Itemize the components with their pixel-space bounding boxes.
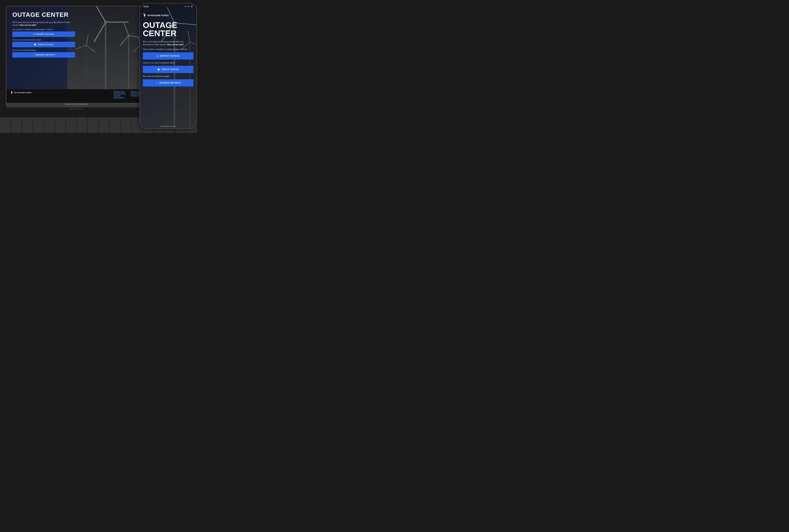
network-indicator: LTE bbox=[187, 6, 190, 7]
phone-status-button[interactable]: 🕐 CHECK STATUS bbox=[143, 66, 193, 73]
phone-content[interactable]: WYNDHAMM POWER OUTAGE CENTER We're sorry… bbox=[140, 11, 196, 128]
phone-report-label: Tell us about a complete or partial outa… bbox=[143, 48, 193, 51]
phone-home-indicator bbox=[161, 126, 176, 127]
phone-report-btn-label: REPORT OUTAGE bbox=[160, 55, 180, 57]
phone-status-icons: ▪▪▪▪ LTE 🔋 bbox=[185, 6, 193, 7]
laptop-screen-inner: OUTAGE CENTER We're sorry that you're ha… bbox=[6, 6, 146, 103]
footer-link-bill[interactable]: Pay My Bill bbox=[114, 95, 126, 96]
phone-title-line1: OUTAGE bbox=[143, 21, 193, 29]
laptop-content: OUTAGE CENTER We're sorry that you're ha… bbox=[12, 11, 75, 59]
laptop-notch bbox=[64, 103, 88, 105]
warning-icon: ⚠ bbox=[33, 33, 35, 35]
phone-group-icon: 👥 bbox=[155, 82, 158, 84]
footer-link-home[interactable]: Wyndhamm Home bbox=[114, 91, 126, 92]
laptop-browse-btn-label: BROWSE REPORTS bbox=[36, 54, 55, 56]
macbook-label: MacBook Pro bbox=[6, 108, 147, 110]
svg-point-36 bbox=[143, 14, 144, 15]
phone-warning-icon: ⚠ bbox=[157, 55, 159, 57]
footer-links: Wyndhamm Home Set Up New Service Pay My … bbox=[114, 91, 142, 98]
svg-point-7 bbox=[104, 20, 107, 24]
phone-status-label: Check on or cancel a previous report bbox=[143, 61, 193, 64]
phone-subtitle-bold: How can we help? bbox=[167, 43, 184, 46]
phone-subtitle: We're sorry that you're having trouble w… bbox=[143, 40, 193, 46]
laptop-browse-button[interactable]: 👥 BROWSE REPORTS bbox=[12, 52, 75, 58]
footer-link-service[interactable]: Set Up New Service bbox=[114, 93, 126, 94]
footer-link-customer[interactable]: Customer Service bbox=[114, 97, 126, 98]
footer-brand-icon bbox=[11, 91, 13, 94]
phone-browse-label: See a list of confirmed outages bbox=[143, 75, 193, 78]
laptop-screen: OUTAGE CENTER We're sorry that you're ha… bbox=[6, 6, 147, 103]
phone-mockup: 11:12 ▪▪▪▪ LTE 🔋 WYNDHAMM POWER OUTAGE C… bbox=[139, 3, 197, 129]
laptop-report-button[interactable]: ⚠ REPORT OUTAGE bbox=[12, 32, 75, 37]
laptop-subtitle: We're sorry that you're having trouble w… bbox=[12, 21, 75, 26]
footer-col-1: Wyndhamm Home Set Up New Service Pay My … bbox=[114, 91, 126, 98]
footer-brand-name: WYNDHAMM POWER bbox=[14, 92, 32, 94]
phone-brand-name: WYNDHAMM POWER bbox=[148, 15, 169, 17]
clock-icon: 🕐 bbox=[34, 43, 36, 45]
phone-time: 11:12 bbox=[144, 5, 149, 7]
signal-icon: ▪▪▪▪ bbox=[185, 6, 187, 7]
laptop-browse-label: See a list of confirmed outages bbox=[12, 49, 75, 51]
laptop-page-title: OUTAGE CENTER bbox=[12, 11, 75, 18]
svg-marker-23 bbox=[11, 91, 13, 94]
phone-title-line2: CENTER bbox=[143, 29, 193, 38]
phone-browse-btn-label: BROWSE REPORTS bbox=[159, 82, 181, 84]
laptop-base bbox=[6, 103, 147, 108]
phone-brand-icon bbox=[143, 13, 146, 18]
phone-page-title: OUTAGE CENTER bbox=[143, 21, 193, 38]
phone-report-button[interactable]: ⚠ REPORT OUTAGE bbox=[143, 52, 193, 60]
footer-brand: WYNDHAMM POWER bbox=[11, 91, 32, 94]
battery-icon: 🔋 bbox=[191, 6, 193, 7]
laptop-report-label: Tell us about a complete or partial outa… bbox=[12, 28, 75, 31]
svg-point-12 bbox=[128, 34, 130, 37]
laptop-status-label: Check on or cancel a previous report bbox=[12, 39, 75, 41]
laptop-report-btn-label: REPORT OUTAGE bbox=[36, 33, 54, 35]
laptop-status-btn-label: CHECK STATUS bbox=[38, 43, 53, 45]
turbine-background bbox=[67, 6, 144, 103]
phone-clock-icon: 🕐 bbox=[157, 68, 160, 71]
laptop-status-button[interactable]: 🕐 CHECK STATUS bbox=[12, 42, 75, 47]
phone-browse-button[interactable]: 👥 BROWSE REPORTS bbox=[143, 79, 193, 87]
laptop-mockup: OUTAGE CENTER We're sorry that you're ha… bbox=[6, 6, 147, 123]
laptop-footer: WYNDHAMM POWER Wyndhamm Home Set Up New … bbox=[6, 89, 146, 103]
group-icon: 👥 bbox=[32, 54, 34, 56]
phone-status-btn-label: CHECK STATUS bbox=[162, 68, 179, 71]
laptop-subtitle-bold: How can we help? bbox=[20, 24, 37, 26]
svg-point-22 bbox=[86, 44, 87, 46]
svg-marker-35 bbox=[144, 13, 146, 18]
phone-brand: WYNDHAMM POWER bbox=[143, 13, 193, 18]
phone-screen: 11:12 ▪▪▪▪ LTE 🔋 WYNDHAMM POWER OUTAGE C… bbox=[140, 3, 196, 128]
phone-notch bbox=[161, 3, 176, 7]
